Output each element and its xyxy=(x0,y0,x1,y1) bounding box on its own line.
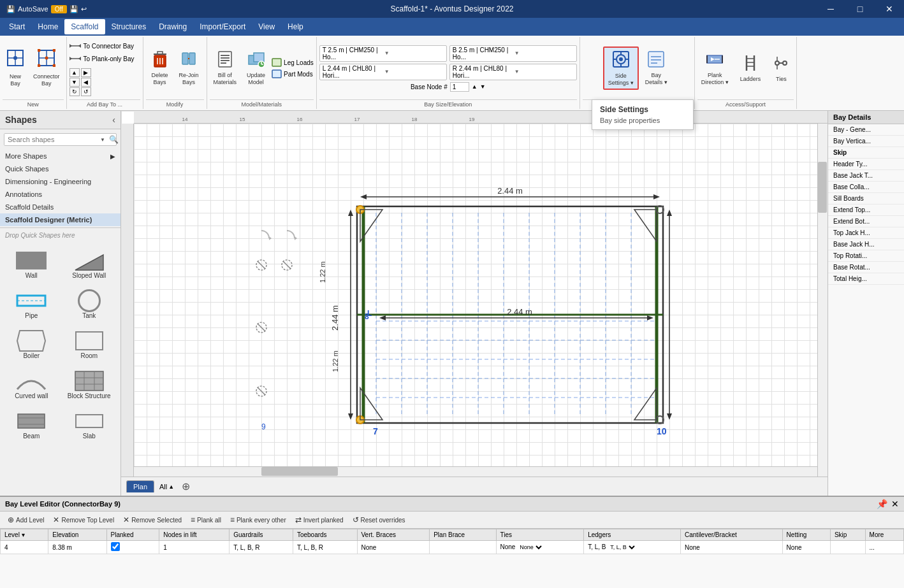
td-more[interactable]: ... xyxy=(865,541,903,554)
shape-curved-wall[interactable]: Curved wall xyxy=(4,366,59,403)
remove-top-level-btn[interactable]: ✕ Remove Top Level xyxy=(50,514,117,526)
add-level-btn[interactable]: ⊕ Add Level xyxy=(5,514,47,526)
top-right-dropdown[interactable]: B 2.5 m | CHM250 | Ho... ▼ xyxy=(449,45,577,62)
menu-view[interactable]: View xyxy=(252,19,281,34)
th-skip[interactable]: Skip xyxy=(830,529,865,541)
menu-help[interactable]: Help xyxy=(281,19,310,34)
bay-details-button[interactable]: BayDetails ▾ xyxy=(641,47,671,90)
menu-home[interactable]: Home xyxy=(31,19,64,34)
right-panel-bay-general[interactable]: Bay - Gene... xyxy=(828,124,904,136)
right-panel-header-type[interactable]: Header Ty... xyxy=(828,159,904,170)
menu-drawing[interactable]: Drawing xyxy=(152,19,193,34)
menu-scaffold[interactable]: Scaffold xyxy=(64,19,105,34)
save-icon[interactable]: 💾 xyxy=(69,5,78,13)
autosave-badge[interactable]: Off xyxy=(51,5,67,13)
close-bottom-panel[interactable]: ✕ xyxy=(891,499,899,509)
connector-bay-button[interactable]: ConnectorBay xyxy=(29,47,64,90)
bottom-left-dropdown[interactable]: L 2.44 m | CHL80 | Hori... ▼ xyxy=(319,64,447,80)
shape-room[interactable]: Room xyxy=(62,326,117,363)
add-tab-button[interactable]: ⊕ xyxy=(182,480,190,492)
th-guardrails[interactable]: Guardrails xyxy=(230,529,293,541)
right-panel-skip[interactable]: Skip xyxy=(828,147,904,159)
vertical-scrollbar[interactable] xyxy=(817,124,827,477)
menu-import-export[interactable]: Import/Export xyxy=(193,19,252,34)
nav-more-shapes[interactable]: More Shapes ▶ xyxy=(0,150,120,162)
nav-scaffold-designer[interactable]: Scaffold Designer (Metric) xyxy=(0,213,120,226)
right-panel-base-rotat[interactable]: Base Rotat... xyxy=(828,262,904,273)
shape-wall[interactable]: Wall xyxy=(4,245,59,283)
top-left-dropdown[interactable]: T 2.5 m | CHM250 | Ho... ▼ xyxy=(319,45,447,62)
plan-tab[interactable]: Plan xyxy=(126,480,154,492)
nav-quick-shapes[interactable]: Quick Shapes xyxy=(0,162,120,175)
leg-loads-button[interactable]: Leg Loads xyxy=(272,58,314,67)
search-icon[interactable]: 🔍 xyxy=(106,135,121,144)
ledgers-select[interactable]: T, L, B xyxy=(608,543,637,551)
close-button[interactable]: ✕ xyxy=(875,0,904,18)
right-panel-extend-top[interactable]: Extend Top... xyxy=(828,204,904,216)
re-join-bays-button[interactable]: Re-JoinBays xyxy=(175,47,203,90)
base-node-up[interactable]: ▲ xyxy=(472,83,478,90)
planked-checkbox[interactable] xyxy=(111,542,120,551)
side-settings-button[interactable]: SideSettings ▾ xyxy=(603,47,639,90)
arrow-right-btn[interactable]: ▶ xyxy=(81,68,91,77)
search-dropdown-icon[interactable]: ▼ xyxy=(99,137,106,143)
th-level[interactable]: Level ▾ xyxy=(1,529,48,541)
th-planked[interactable]: Planked xyxy=(106,529,159,541)
right-panel-base-jack-t[interactable]: Base Jack T... xyxy=(828,170,904,182)
arrow-down-btn[interactable]: ▼ xyxy=(69,78,80,87)
th-more[interactable]: More xyxy=(865,529,903,541)
shape-sloped-wall[interactable]: Sloped Wall xyxy=(62,245,117,283)
delete-bays-button[interactable]: DeleteBays xyxy=(147,47,173,90)
menu-start[interactable]: Start xyxy=(3,19,31,34)
plank-all-btn[interactable]: ≡ Plank all xyxy=(188,514,224,526)
arrow-left-btn[interactable]: ◀ xyxy=(81,78,91,87)
shape-boiler[interactable]: Boiler xyxy=(4,326,59,363)
th-toeboards[interactable]: Toeboards xyxy=(293,529,357,541)
nav-annotations[interactable]: Annotations xyxy=(0,188,120,201)
table-scroll[interactable]: Level ▾ Elevation Planked Nodes in lift … xyxy=(0,529,904,588)
th-vert-braces[interactable]: Vert. Braces xyxy=(357,529,430,541)
right-panel-extend-bot[interactable]: Extend Bot... xyxy=(828,216,904,227)
td-planked[interactable] xyxy=(106,541,159,554)
shape-slab[interactable]: Slab xyxy=(62,406,117,443)
rotate-ccw-btn[interactable]: ↺ xyxy=(81,87,91,96)
ladders-button[interactable]: Ladders xyxy=(736,47,765,90)
rotate-cw-btn[interactable]: ↻ xyxy=(69,87,80,96)
th-nodes-in-lift[interactable]: Nodes in lift xyxy=(159,529,230,541)
th-ledgers[interactable]: Ledgers xyxy=(584,529,681,541)
shape-pipe[interactable]: Pipe xyxy=(4,285,59,323)
bottom-right-dropdown[interactable]: R 2.44 m | CHL80 | Hori... ▼ xyxy=(449,64,577,80)
th-netting[interactable]: Netting xyxy=(782,529,830,541)
plank-every-other-btn[interactable]: ≡ Plank every other xyxy=(228,514,289,526)
right-panel-bay-vertical[interactable]: Bay Vertica... xyxy=(828,136,904,147)
shape-block-structure[interactable]: Block Structure xyxy=(62,366,117,403)
nav-dimensioning[interactable]: Dimensioning - Engineering xyxy=(0,175,120,188)
nav-scaffold-details[interactable]: Scaffold Details xyxy=(0,201,120,213)
plank-direction-button[interactable]: PlankDirection ▾ xyxy=(697,47,733,90)
invert-planked-btn[interactable]: ⇄ Invert planked xyxy=(293,514,346,526)
part-mods-button[interactable]: Part Mods xyxy=(272,69,314,78)
th-plan-brace[interactable]: Plan Brace xyxy=(430,529,496,541)
vertical-scroll-thumb[interactable] xyxy=(818,162,827,213)
ties-button[interactable]: Ties xyxy=(768,47,794,90)
right-panel-total-heig[interactable]: Total Heig... xyxy=(828,273,904,285)
search-shapes-input[interactable] xyxy=(4,134,99,145)
remove-selected-btn[interactable]: ✕ Remove Selected xyxy=(120,514,184,526)
maximize-button[interactable]: □ xyxy=(845,0,875,18)
shape-tank[interactable]: Tank xyxy=(62,285,117,323)
new-bay-button[interactable]: NewBay xyxy=(3,47,28,90)
right-panel-base-colla[interactable]: Base Colla... xyxy=(828,182,904,193)
update-model-button[interactable]: UpdateModel xyxy=(243,47,269,90)
bill-of-materials-button[interactable]: Bill ofMaterials xyxy=(210,47,241,90)
right-panel-top-jack-h[interactable]: Top Jack H... xyxy=(828,227,904,239)
undo-icon[interactable]: ↩ xyxy=(81,5,87,13)
menu-structures[interactable]: Structures xyxy=(105,19,153,34)
arrow-up-btn[interactable]: ▲ xyxy=(69,68,80,77)
base-node-input[interactable] xyxy=(450,82,469,92)
all-tab[interactable]: All ▲ xyxy=(159,483,174,491)
th-elevation[interactable]: Elevation xyxy=(48,529,106,541)
canvas-area[interactable]: 14 15 16 17 18 19 xyxy=(121,111,827,496)
reset-overrides-btn[interactable]: ↺ Reset overrides xyxy=(350,514,408,526)
ties-select[interactable]: None xyxy=(517,543,544,551)
collapse-button[interactable]: ‹ xyxy=(112,115,115,125)
